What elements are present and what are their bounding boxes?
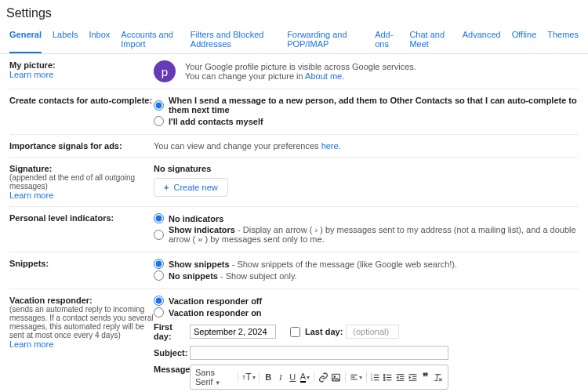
svg-marker-21 bbox=[397, 376, 399, 379]
vacation-label: Vacation responder: bbox=[9, 296, 154, 305]
svg-point-1 bbox=[334, 376, 336, 377]
subject-label: Subject: bbox=[154, 348, 190, 358]
indicators-label: Personal level indicators: bbox=[9, 213, 154, 223]
settings-tabs: General Labels Inbox Accounts and Import… bbox=[0, 27, 588, 54]
contacts-manual-label: I'll add contacts myself bbox=[169, 117, 263, 126]
italic-icon[interactable]: I bbox=[276, 371, 286, 383]
row-snippets: Snippets: Show snippets - Show snippets … bbox=[9, 252, 579, 289]
svg-point-16 bbox=[384, 379, 386, 380]
picture-line2: You can change your picture in About me. bbox=[185, 71, 416, 81]
image-icon[interactable] bbox=[331, 371, 341, 383]
tab-filters[interactable]: Filters and Blocked Addresses bbox=[191, 27, 276, 53]
svg-point-14 bbox=[384, 374, 386, 376]
indent-less-icon[interactable] bbox=[395, 371, 405, 383]
subject-input[interactable] bbox=[190, 346, 448, 360]
ads-here-link[interactable]: here bbox=[321, 141, 339, 151]
row-contacts: Create contacts for auto-complete: When … bbox=[9, 89, 579, 135]
vacation-sub: (sends an automated reply to incoming me… bbox=[9, 305, 154, 339]
plus-icon: + bbox=[164, 183, 169, 192]
no-indicators-label: No indicators bbox=[169, 214, 223, 223]
my-picture-label: My picture: bbox=[9, 60, 154, 70]
link-icon[interactable] bbox=[318, 371, 328, 383]
snippets-label: Snippets: bbox=[9, 259, 154, 268]
show-indicators-radio[interactable] bbox=[154, 230, 164, 240]
font-select[interactable]: Sans Serif▼ bbox=[195, 368, 234, 387]
align-icon[interactable]: ▾ bbox=[350, 371, 362, 383]
svg-point-15 bbox=[384, 376, 386, 378]
about-me-link[interactable]: About me bbox=[305, 71, 342, 81]
vacation-learn-more[interactable]: Learn more bbox=[9, 339, 53, 349]
row-indicators: Personal level indicators: No indicators… bbox=[9, 207, 579, 252]
row-vacation: Vacation responder: (sends an automated … bbox=[9, 289, 579, 392]
vacation-on-radio[interactable] bbox=[154, 307, 164, 318]
tab-accounts[interactable]: Accounts and Import bbox=[121, 27, 180, 53]
text-color-icon[interactable]: A▾ bbox=[300, 371, 310, 383]
tab-inbox[interactable]: Inbox bbox=[89, 27, 110, 53]
create-new-label: Create new bbox=[173, 183, 217, 192]
message-label: Message: bbox=[154, 365, 190, 374]
my-picture-learn-more[interactable]: Learn more bbox=[9, 70, 53, 79]
vacation-off-radio[interactable] bbox=[154, 296, 164, 306]
no-signatures-text: No signatures bbox=[154, 164, 579, 173]
ads-text: You can view and change your preferences… bbox=[154, 141, 579, 151]
show-snippets-label: Show snippets - Show snippets of the mes… bbox=[169, 260, 457, 269]
signature-learn-more[interactable]: Learn more bbox=[9, 191, 53, 200]
remove-format-icon[interactable] bbox=[433, 371, 443, 383]
show-indicators-label: Show indicators - Display an arrow ( › )… bbox=[169, 225, 579, 244]
contacts-auto-label: When I send a message to a new person, a… bbox=[169, 96, 579, 114]
vacation-on-label: Vacation responder on bbox=[169, 308, 262, 318]
last-day-label: Last day: bbox=[305, 327, 343, 336]
row-ads: Importance signals for ads: You can view… bbox=[9, 135, 579, 158]
tab-addons[interactable]: Add-ons bbox=[375, 27, 398, 53]
picture-line1: Your Google profile picture is visible a… bbox=[185, 62, 416, 71]
editor-toolbar: Sans Serif▼ тT▾ B I U A▾ bbox=[190, 365, 448, 390]
last-day-checkbox[interactable] bbox=[290, 327, 300, 337]
svg-marker-26 bbox=[409, 376, 412, 379]
tab-general[interactable]: General bbox=[9, 27, 42, 53]
signature-sub: (appended at the end of all outgoing mes… bbox=[9, 173, 154, 191]
tab-chat[interactable]: Chat and Meet bbox=[409, 27, 451, 53]
tab-offline[interactable]: Offline bbox=[512, 27, 537, 53]
show-snippets-radio[interactable] bbox=[154, 259, 164, 269]
last-day-placeholder[interactable]: (optional) bbox=[346, 325, 399, 339]
vacation-off-label: Vacation responder off bbox=[169, 296, 262, 306]
no-snippets-label: No snippets - Show subject only. bbox=[169, 271, 297, 281]
tab-advanced[interactable]: Advanced bbox=[463, 27, 501, 53]
no-indicators-radio[interactable] bbox=[154, 213, 164, 223]
contacts-label: Create contacts for auto-complete: bbox=[9, 96, 154, 105]
first-day-input[interactable] bbox=[190, 325, 276, 339]
signature-label: Signature: bbox=[9, 164, 154, 173]
contacts-auto-radio[interactable] bbox=[154, 100, 164, 111]
page-title: Settings bbox=[0, 0, 588, 27]
ads-label: Importance signals for ads: bbox=[9, 141, 154, 151]
bold-icon[interactable]: B bbox=[263, 371, 274, 383]
font-size-icon[interactable]: тT▾ bbox=[242, 371, 255, 383]
tab-labels[interactable]: Labels bbox=[53, 27, 78, 53]
contacts-manual-radio[interactable] bbox=[154, 116, 164, 126]
row-signature: Signature: (appended at the end of all o… bbox=[9, 158, 579, 207]
svg-text:3: 3 bbox=[372, 378, 373, 381]
indent-more-icon[interactable] bbox=[408, 371, 418, 383]
bullet-list-icon[interactable] bbox=[383, 371, 393, 383]
create-signature-button[interactable]: + Create new bbox=[154, 178, 228, 197]
numbered-list-icon[interactable]: 123 bbox=[370, 371, 380, 383]
avatar[interactable]: p bbox=[154, 60, 176, 82]
tab-themes[interactable]: Themes bbox=[547, 27, 579, 53]
tab-forwarding[interactable]: Forwarding and POP/IMAP bbox=[287, 27, 364, 53]
row-my-picture: My picture: Learn more p Your Google pro… bbox=[9, 54, 579, 89]
quote-icon[interactable]: ❞ bbox=[420, 371, 430, 383]
underline-icon[interactable]: U bbox=[288, 371, 298, 383]
no-snippets-radio[interactable] bbox=[154, 270, 164, 281]
first-day-label: First day: bbox=[154, 322, 190, 341]
